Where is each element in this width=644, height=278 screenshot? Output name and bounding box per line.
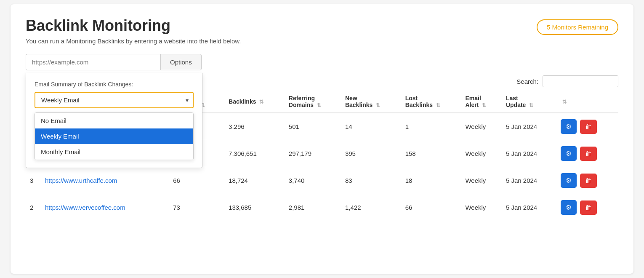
row-email-3: Weekly: [461, 194, 501, 221]
delete-button-1[interactable]: 🗑: [580, 147, 597, 161]
input-area: Options Email Summary of Backlink Change…: [26, 54, 618, 70]
options-tab[interactable]: Options: [160, 54, 202, 70]
row-strength-3: 73: [169, 194, 224, 221]
search-input[interactable]: [543, 75, 618, 87]
row-actions-3: ⚙ 🗑: [556, 194, 618, 221]
delete-button-0[interactable]: 🗑: [580, 120, 597, 134]
header-row: Backlink Monitoring 5 Monitors Remaining: [26, 17, 618, 35]
row-referring-1: 297,179: [285, 140, 341, 167]
row-update-0: 5 Jan 2024: [502, 113, 556, 140]
option-monthly-email[interactable]: Monthly Email: [35, 144, 193, 160]
domain-link-3[interactable]: https://www.vervecoffee.com: [45, 204, 125, 211]
table-row: 2 https://www.vervecoffee.com 73 133,685…: [26, 194, 618, 221]
row-update-2: 5 Jan 2024: [502, 167, 556, 194]
col-referring: ReferringDomains ⇅: [285, 91, 341, 113]
col-actions: ⇅: [556, 91, 618, 113]
sort-icon-update: ⇅: [529, 102, 533, 108]
subtitle: You can run a Monitoring Backlinks by en…: [26, 37, 618, 45]
select-wrapper: Weekly Email ▾: [35, 92, 194, 108]
row-new-1: 395: [341, 140, 401, 167]
main-card: Backlink Monitoring 5 Monitors Remaining…: [11, 4, 633, 274]
table-row: 3 https://www.urthcaffe.com 66 18,724 3,…: [26, 167, 618, 194]
row-backlinks-2: 18,724: [224, 167, 285, 194]
dropdown-options-list: No Email Weekly Email Monthly Email: [35, 112, 194, 160]
delete-button-3[interactable]: 🗑: [580, 200, 597, 215]
row-backlinks-0: 3,296: [224, 113, 285, 140]
settings-button-1[interactable]: ⚙: [561, 146, 577, 161]
settings-button-0[interactable]: ⚙: [561, 119, 577, 134]
row-update-1: 5 Jan 2024: [502, 140, 556, 167]
row-backlinks-3: 133,685: [224, 194, 285, 221]
settings-button-2[interactable]: ⚙: [561, 173, 577, 188]
sort-icon-referring: ⇅: [317, 102, 321, 108]
row-num-3: 2: [26, 194, 41, 221]
row-email-2: Weekly: [461, 167, 501, 194]
options-dropdown-panel: Email Summary of Backlink Changes: Weekl…: [26, 73, 202, 168]
row-lost-3: 66: [401, 194, 461, 221]
monitors-remaining-badge: 5 Monitors Remaining: [537, 19, 618, 35]
email-select-display[interactable]: Weekly Email: [35, 92, 194, 108]
url-input[interactable]: [26, 54, 160, 70]
row-backlinks-1: 7,306,651: [224, 140, 285, 167]
row-update-3: 5 Jan 2024: [502, 194, 556, 221]
row-new-2: 83: [341, 167, 401, 194]
row-lost-2: 18: [401, 167, 461, 194]
sort-icon-lost: ⇅: [436, 102, 440, 108]
row-lost-0: 1: [401, 113, 461, 140]
row-actions-0: ⚙ 🗑: [556, 113, 618, 140]
row-new-3: 1,422: [341, 194, 401, 221]
settings-button-3[interactable]: ⚙: [561, 200, 577, 215]
sort-icon-new: ⇅: [376, 102, 380, 108]
col-new-backlinks: NewBacklinks ⇅: [341, 91, 401, 113]
search-label: Search:: [516, 78, 538, 85]
col-backlinks: Backlinks ⇅: [224, 91, 285, 113]
col-last-update: LastUpdate ⇅: [502, 91, 556, 113]
sort-icon-actions: ⇅: [562, 99, 567, 105]
dropdown-label: Email Summary of Backlink Changes:: [35, 81, 194, 88]
row-domain-3: https://www.vervecoffee.com: [41, 194, 169, 221]
row-referring-0: 501: [285, 113, 341, 140]
option-weekly-email[interactable]: Weekly Email: [35, 128, 193, 144]
row-email-1: Weekly: [461, 140, 501, 167]
col-lost-backlinks: LostBacklinks ⇅: [401, 91, 461, 113]
row-email-0: Weekly: [461, 113, 501, 140]
option-no-email[interactable]: No Email: [35, 113, 193, 128]
sort-icon-backlinks: ⇅: [259, 99, 263, 105]
url-input-row: Options: [26, 54, 618, 70]
row-referring-3: 2,981: [285, 194, 341, 221]
page-title: Backlink Monitoring: [26, 17, 170, 35]
row-lost-1: 158: [401, 140, 461, 167]
col-email-alert: EmailAlert ⇅: [461, 91, 501, 113]
row-num-2: 3: [26, 167, 41, 194]
sort-icon-email: ⇅: [482, 102, 486, 108]
domain-link-2[interactable]: https://www.urthcaffe.com: [45, 177, 117, 184]
row-domain-2: https://www.urthcaffe.com: [41, 167, 169, 194]
row-new-0: 14: [341, 113, 401, 140]
row-actions-2: ⚙ 🗑: [556, 167, 618, 194]
row-actions-1: ⚙ 🗑: [556, 140, 618, 167]
row-referring-2: 3,740: [285, 167, 341, 194]
row-strength-2: 66: [169, 167, 224, 194]
delete-button-2[interactable]: 🗑: [580, 174, 597, 188]
